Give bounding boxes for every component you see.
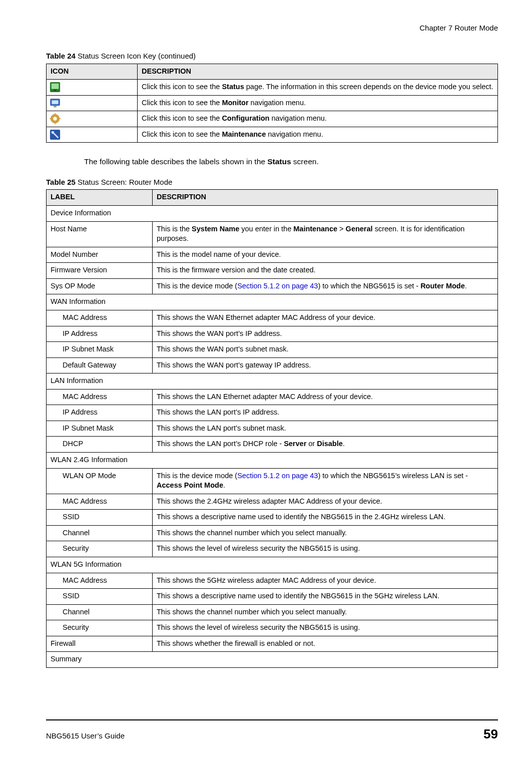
row-label: Channel (47, 525, 153, 541)
row-label: WLAN OP Mode (47, 468, 153, 494)
row-label: Sys OP Mode (47, 278, 153, 294)
table25-head-label: LABEL (47, 190, 153, 206)
desc-text: Click this icon to see the (142, 130, 222, 138)
table-row: MAC AddressThis shows the LAN Ethernet a… (47, 389, 498, 405)
intro-text-pre: The following table describes the labels… (84, 157, 267, 166)
svg-rect-11 (59, 118, 61, 119)
desc-bold: Status (222, 83, 244, 91)
desc-bold: Router Mode (420, 282, 465, 290)
table-row: Summary (47, 652, 498, 668)
table-row: ChannelThis shows the channel number whi… (47, 525, 498, 541)
row-desc: This shows the WAN port’s IP address. (153, 326, 498, 342)
desc-text: or (306, 440, 317, 448)
desc-bold: Maintenance (293, 225, 337, 233)
svg-rect-4 (52, 100, 59, 104)
desc-text: > (337, 225, 346, 233)
table-row: WLAN 5G Information (47, 557, 498, 573)
svg-point-13 (52, 131, 55, 134)
row-label: IP Address (47, 326, 153, 342)
row-desc: This shows the 5GHz wireless adapter MAC… (153, 573, 498, 589)
row-label: Default Gateway (47, 357, 153, 373)
row-label: Host Name (47, 221, 153, 247)
icon-cell (47, 127, 138, 143)
desc-text: ) to which the NBG5615’s wireless LAN is… (318, 472, 468, 480)
desc-text: . (465, 282, 467, 290)
table-row: Click this icon to see the Configuration… (47, 111, 498, 127)
maintenance-icon (50, 129, 61, 140)
row-desc: This shows whether the firewall is enabl… (153, 636, 498, 652)
table-row: Click this icon to see the Monitor navig… (47, 95, 498, 111)
desc-text: navigation menu. (266, 130, 323, 138)
table24-caption-text: Status Screen Icon Key (continued) (78, 52, 196, 60)
svg-rect-8 (55, 113, 56, 115)
footer-page-number: 59 (483, 725, 498, 743)
page-footer: NBG5615 User’s Guide 59 (46, 719, 498, 743)
section-label: LAN Information (47, 373, 498, 390)
row-label: MAC Address (47, 310, 153, 326)
table-row: Default GatewayThis shows the WAN port’s… (47, 357, 498, 373)
icon-cell (47, 80, 138, 96)
table-row: IP AddressThis shows the LAN port’s IP a… (47, 405, 498, 421)
table-row: LAN Information (47, 373, 498, 390)
row-desc: This shows the level of wireless securit… (153, 541, 498, 557)
row-desc: This shows the 2.4GHz wireless adapter M… (153, 494, 498, 510)
table-row: Model NumberThis is the model name of yo… (47, 247, 498, 263)
table-row: MAC AddressThis shows the 2.4GHz wireles… (47, 494, 498, 510)
icon-desc: Click this icon to see the Monitor navig… (138, 95, 498, 111)
row-label: MAC Address (47, 494, 153, 510)
row-label: Security (47, 541, 153, 557)
row-label: MAC Address (47, 389, 153, 405)
table-row: MAC AddressThis shows the 5GHz wireless … (47, 573, 498, 589)
table-row: SecurityThis shows the level of wireless… (47, 541, 498, 557)
table-row: Host NameThis is the System Name you ent… (47, 221, 498, 247)
desc-bold: Server (284, 440, 306, 448)
row-desc: This shows the LAN port’s IP address. (153, 405, 498, 421)
desc-bold: System Name (192, 225, 239, 233)
row-desc: This shows the channel number which you … (153, 604, 498, 620)
status-icon (50, 82, 61, 93)
table25-caption: Table 25 Status Screen: Router Mode (46, 177, 498, 187)
svg-rect-10 (50, 118, 52, 119)
desc-text: page. The information in this screen dep… (244, 83, 493, 91)
table-row: ChannelThis shows the channel number whi… (47, 604, 498, 620)
row-label: Channel (47, 604, 153, 620)
monitor-icon (50, 98, 61, 109)
table-row: WLAN OP ModeThis is the device mode (Sec… (47, 468, 498, 494)
icon-desc: Click this icon to see the Configuration… (138, 111, 498, 127)
table-row: SSIDThis shows a descriptive name used t… (47, 510, 498, 526)
svg-rect-5 (54, 106, 57, 107)
section-label: Summary (47, 652, 498, 668)
table25: LABEL DESCRIPTION Device InformationHost… (46, 189, 498, 667)
desc-bold: Monitor (222, 99, 248, 107)
row-desc: This shows the level of wireless securit… (153, 620, 498, 636)
section-label: WAN Information (47, 294, 498, 310)
row-desc: This shows a descriptive name used to id… (153, 510, 498, 526)
row-desc: This is the device mode (Section 5.1.2 o… (153, 468, 498, 494)
svg-point-7 (53, 117, 57, 121)
table-row: FirewallThis shows whether the firewall … (47, 636, 498, 652)
section-label: WLAN 5G Information (47, 557, 498, 573)
row-desc: This shows the LAN port’s subnet mask. (153, 421, 498, 437)
row-label: MAC Address (47, 573, 153, 589)
icon-desc: Click this icon to see the Status page. … (138, 80, 498, 96)
row-label: Firmware Version (47, 263, 153, 279)
section-label: WLAN 2.4G Information (47, 453, 498, 469)
row-desc: This shows a descriptive name used to id… (153, 589, 498, 605)
row-label: SSID (47, 510, 153, 526)
cross-reference-link[interactable]: Section 5.1.2 on page 43 (237, 282, 318, 290)
chapter-header: Chapter 7 Router Mode (46, 23, 498, 33)
desc-text: Click this icon to see the (142, 99, 222, 107)
desc-text: This is the device mode ( (157, 472, 237, 480)
table24-head-icon: ICON (47, 64, 138, 80)
intro-text-post: screen. (291, 157, 319, 166)
desc-bold: Disable (317, 440, 343, 448)
icon-cell (47, 95, 138, 111)
cross-reference-link[interactable]: Section 5.1.2 on page 43 (237, 472, 318, 480)
desc-bold: Configuration (222, 114, 269, 122)
desc-bold: General (346, 225, 373, 233)
table25-head-desc: DESCRIPTION (153, 190, 498, 206)
row-desc: This shows the LAN Ethernet adapter MAC … (153, 389, 498, 405)
row-desc: This is the System Name you enter in the… (153, 221, 498, 247)
row-label: Firewall (47, 636, 153, 652)
intro-text-bold: Status (267, 157, 291, 166)
